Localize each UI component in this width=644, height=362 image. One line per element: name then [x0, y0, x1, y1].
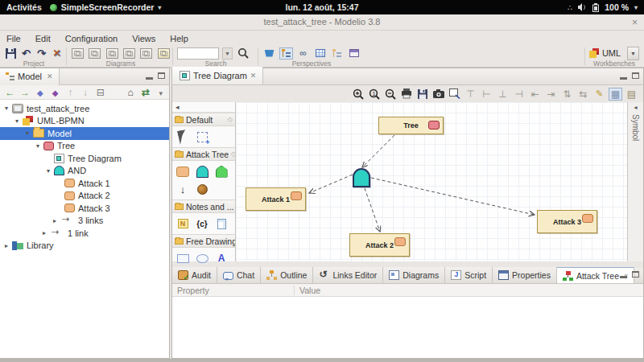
diagram-type-3-button[interactable] — [105, 47, 119, 60]
tab-diagrams[interactable]: Diagrams — [383, 267, 445, 283]
checklist-icon[interactable] — [330, 47, 344, 60]
search-dropdown[interactable]: ▼ — [222, 47, 233, 60]
workbench-value[interactable]: UML — [602, 48, 621, 58]
same-width-icon[interactable]: ⇤ — [528, 88, 542, 101]
zoom-in-icon[interactable] — [351, 88, 365, 101]
palette-group-notes[interactable]: Notes and ... ◇ — [172, 200, 235, 213]
diagram-node-and-gate[interactable] — [353, 168, 370, 187]
link-arrow-tool[interactable] — [174, 181, 192, 197]
minimize-icon[interactable] — [620, 276, 627, 278]
move-up-button[interactable] — [65, 87, 76, 98]
tab-audit[interactable]: Audit — [172, 267, 217, 283]
home-button[interactable] — [126, 87, 136, 98]
diagram-canvas[interactable]: Tree Attack 1 Attack 2 Attack 3 — [236, 102, 627, 261]
system-tray[interactable]: ∴ 100 % ▾ — [568, 2, 644, 12]
tree-item-library[interactable]: Library — [0, 240, 169, 253]
window-close-button[interactable]: × — [632, 17, 638, 28]
collapse-arrow-icon[interactable]: ◂ — [634, 104, 637, 111]
expander-icon[interactable] — [50, 217, 60, 224]
tree-item-3-links[interactable]: 3 links — [0, 215, 169, 228]
symbol-panel-collapsed[interactable]: ◂ Symbol — [627, 102, 643, 261]
tab-properties[interactable]: Properties — [493, 267, 557, 283]
zoom-selection-icon[interactable] — [448, 88, 461, 101]
search-input[interactable] — [177, 47, 219, 60]
diagram-type-4-button[interactable] — [122, 47, 136, 60]
nav-related2-button[interactable] — [50, 87, 60, 98]
expander-icon[interactable] — [39, 229, 49, 237]
diagram-table-button[interactable] — [157, 47, 171, 60]
tree-item-attack-2[interactable]: Attack 2 — [0, 190, 169, 203]
workbench-dropdown[interactable]: ▼ — [627, 47, 639, 60]
tab-outline[interactable]: Outline — [261, 267, 313, 283]
tree-item-uml-bpmn[interactable]: UML-BPMN — [0, 115, 169, 128]
menu-file[interactable]: File — [6, 34, 21, 43]
style-brush-icon[interactable] — [592, 88, 606, 101]
align-right-icon[interactable]: ⊣ — [512, 88, 526, 101]
maximize-icon[interactable] — [632, 72, 639, 79]
tree-item-project[interactable]: test_attack_tree — [0, 102, 169, 115]
maximize-icon[interactable] — [158, 72, 165, 79]
zoom-100-icon[interactable]: 1 — [367, 88, 381, 101]
expander-icon[interactable] — [43, 167, 53, 175]
sync-button[interactable] — [141, 87, 151, 98]
palette-group-attack-tree[interactable]: Attack Tree ◇ — [172, 147, 235, 161]
tree-item-attack-3[interactable]: Attack 3 — [0, 202, 169, 215]
tree-diagram-tab[interactable]: Tree Diagram ✕ — [172, 67, 263, 84]
attack-node-tool[interactable] — [174, 163, 192, 179]
close-icon[interactable]: ✕ — [250, 72, 257, 80]
marquee-tool[interactable] — [193, 129, 211, 145]
column-property[interactable]: Property — [172, 286, 295, 295]
save-diagram-icon[interactable] — [415, 88, 429, 101]
expander-icon[interactable] — [23, 130, 32, 137]
move-down-button[interactable] — [80, 87, 91, 98]
operator-tool[interactable] — [193, 181, 211, 197]
view-menu-button[interactable] — [155, 87, 166, 98]
nav-back-button[interactable] — [5, 87, 15, 98]
menu-edit[interactable]: Edit — [35, 34, 51, 43]
window-icon[interactable] — [347, 47, 361, 60]
tools-button[interactable] — [51, 47, 63, 60]
toggle-grid-icon[interactable] — [609, 88, 622, 101]
tab-chat[interactable]: Chat — [217, 267, 261, 283]
palette-group-default[interactable]: Default ◇ — [172, 113, 235, 126]
expander-icon[interactable] — [2, 105, 11, 112]
undo-button[interactable] — [20, 47, 32, 60]
redo-button[interactable] — [35, 47, 47, 60]
constraint-tool[interactable]: {c} — [193, 216, 211, 232]
diagram-node-attack-1[interactable]: Attack 1 — [246, 187, 306, 211]
align-left-icon[interactable]: ⊢ — [480, 88, 493, 101]
note-tool[interactable]: N — [174, 216, 192, 232]
menu-configuration[interactable]: Configuration — [65, 34, 118, 43]
diagram-node-attack-3[interactable]: Attack 3 — [537, 210, 597, 233]
nav-forward-button[interactable] — [20, 87, 31, 98]
same-height-icon[interactable]: ⇥ — [544, 88, 558, 101]
grid-icon[interactable] — [313, 47, 327, 60]
text-tool[interactable] — [213, 250, 230, 266]
column-value[interactable]: Value — [295, 286, 320, 295]
minimize-icon[interactable] — [146, 77, 153, 80]
expander-icon[interactable] — [2, 242, 11, 249]
ellipse-tool[interactable] — [193, 250, 211, 266]
distribute-v-icon[interactable]: ⇅ — [560, 88, 574, 101]
and-gate-tool[interactable] — [193, 163, 211, 179]
diagram-type-1-button[interactable] — [71, 47, 85, 60]
page-setup-icon[interactable] — [625, 88, 638, 101]
diagram-node-attack-2[interactable]: Attack 2 — [349, 233, 410, 257]
document-tool[interactable] — [213, 216, 230, 232]
close-icon[interactable]: ✕ — [47, 72, 53, 80]
rectangle-tool[interactable] — [174, 250, 192, 266]
nav-related-button[interactable] — [35, 87, 45, 98]
diagram-type-2-button[interactable] — [88, 47, 101, 60]
tree-item-attack-1[interactable]: Attack 1 — [0, 177, 169, 190]
collapse-all-button[interactable] — [95, 87, 105, 98]
maximize-icon[interactable] — [632, 271, 639, 278]
palette-group-free-drawing[interactable]: Free Drawing ◇ — [172, 234, 235, 248]
diagram-node-tree[interactable]: Tree — [378, 117, 444, 134]
tree-item-1-link[interactable]: 1 link — [0, 227, 169, 240]
model-tab[interactable]: Model ✕ — [0, 68, 60, 85]
link-icon[interactable] — [296, 47, 310, 60]
menu-views[interactable]: Views — [132, 34, 155, 43]
bucket-icon[interactable] — [262, 47, 276, 60]
property-table-body[interactable] — [172, 297, 643, 358]
or-gate-tool[interactable] — [213, 163, 230, 179]
